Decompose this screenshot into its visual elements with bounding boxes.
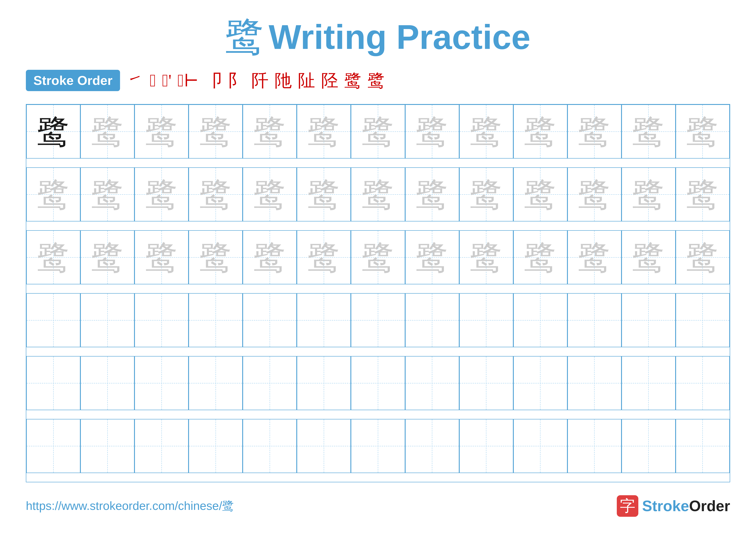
- grid-cell[interactable]: [351, 356, 405, 410]
- grid-cell[interactable]: [351, 293, 405, 347]
- cell-char: 鹭: [416, 241, 448, 273]
- grid-cell[interactable]: [297, 419, 351, 473]
- grid-cell[interactable]: [80, 356, 134, 410]
- grid-cell[interactable]: [80, 293, 134, 347]
- grid-cell[interactable]: [459, 293, 513, 347]
- grid-cell[interactable]: [676, 293, 730, 347]
- grid-cell[interactable]: [622, 356, 676, 410]
- grid-cell[interactable]: 鹭: [243, 167, 297, 221]
- grid-cell[interactable]: [513, 419, 567, 473]
- grid-cell[interactable]: 鹭: [26, 105, 80, 159]
- cell-char: 鹭: [146, 241, 178, 273]
- grid-cell[interactable]: [134, 293, 189, 347]
- cell-char: 鹭: [37, 115, 69, 148]
- grid-cell[interactable]: 鹭: [513, 230, 567, 284]
- grid-cell[interactable]: [297, 356, 351, 410]
- grid-cell[interactable]: 鹭: [26, 167, 80, 221]
- cell-char: 鹭: [146, 178, 178, 211]
- stroke-step-3: 𠃊': [162, 72, 172, 89]
- cell-char: 鹭: [200, 115, 232, 148]
- grid-cell[interactable]: 鹭: [676, 230, 730, 284]
- grid-cell[interactable]: 鹭: [297, 230, 351, 284]
- grid-cell[interactable]: 鹭: [351, 230, 405, 284]
- grid-cell[interactable]: 鹭: [80, 105, 134, 159]
- grid-cell[interactable]: [189, 293, 243, 347]
- grid-cell[interactable]: [513, 293, 567, 347]
- grid-cell[interactable]: [405, 419, 459, 473]
- grid-cell[interactable]: [297, 293, 351, 347]
- grid-cell[interactable]: 鹭: [405, 230, 459, 284]
- grid-cell[interactable]: [26, 419, 80, 473]
- grid-cell[interactable]: [243, 356, 297, 410]
- grid-cell[interactable]: 鹭: [676, 167, 730, 221]
- stroke-step-5: 卩: [205, 72, 222, 89]
- grid-cell[interactable]: [243, 419, 297, 473]
- cell-char: 鹭: [146, 115, 178, 148]
- cell-char: 鹭: [632, 241, 664, 273]
- grid-cell[interactable]: 鹭: [351, 167, 405, 221]
- grid-cell[interactable]: [567, 356, 622, 410]
- cell-char: 鹭: [578, 178, 610, 211]
- grid-cell[interactable]: [134, 356, 189, 410]
- cell-char: 鹭: [632, 178, 664, 211]
- grid-cell[interactable]: [459, 419, 513, 473]
- grid-cell[interactable]: [134, 419, 189, 473]
- grid-cell[interactable]: 鹭: [80, 167, 134, 221]
- grid-cell[interactable]: [351, 419, 405, 473]
- footer-logo-text: StrokeOrder: [642, 497, 730, 515]
- grid-cell[interactable]: [26, 293, 80, 347]
- footer-url[interactable]: https://www.strokeorder.com/chinese/鹭: [26, 498, 234, 514]
- grid-cell[interactable]: [622, 419, 676, 473]
- grid-cell[interactable]: 鹭: [134, 167, 189, 221]
- grid-cell[interactable]: [26, 356, 80, 410]
- grid-cell[interactable]: 鹭: [243, 105, 297, 159]
- grid-cell[interactable]: 鹭: [189, 167, 243, 221]
- grid-cell[interactable]: 鹭: [134, 230, 189, 284]
- grid-cell[interactable]: [676, 356, 730, 410]
- cell-char: 鹭: [687, 178, 719, 211]
- grid-cell[interactable]: 鹭: [297, 167, 351, 221]
- grid-cell[interactable]: [189, 419, 243, 473]
- grid-cell[interactable]: 鹭: [567, 105, 622, 159]
- grid-cell[interactable]: 鹭: [513, 167, 567, 221]
- grid-cell[interactable]: 鹭: [459, 105, 513, 159]
- stroke-step-1: ㇀: [126, 72, 144, 89]
- grid-cell[interactable]: 鹭: [567, 167, 622, 221]
- grid-cell[interactable]: 鹭: [405, 105, 459, 159]
- grid-cell[interactable]: 鹭: [459, 167, 513, 221]
- grid-cell[interactable]: [676, 419, 730, 473]
- grid-cell[interactable]: [405, 293, 459, 347]
- grid-cell[interactable]: 鹭: [80, 230, 134, 284]
- cell-char: 鹭: [578, 241, 610, 273]
- grid-cell[interactable]: 鹭: [622, 167, 676, 221]
- practice-grid: 鹭鹭鹭鹭鹭鹭鹭鹭鹭鹭鹭鹭鹭鹭鹭鹭鹭鹭鹭鹭鹭鹭鹭鹭鹭鹭鹭鹭鹭鹭鹭鹭鹭鹭鹭鹭鹭鹭鹭: [26, 104, 730, 482]
- grid-cell[interactable]: [405, 356, 459, 410]
- footer-logo-icon: 字: [617, 495, 638, 517]
- grid-cell[interactable]: [189, 356, 243, 410]
- grid-cell[interactable]: 鹭: [134, 105, 189, 159]
- grid-cell[interactable]: 鹭: [676, 105, 730, 159]
- grid-cell[interactable]: 鹭: [243, 230, 297, 284]
- grid-cell[interactable]: 鹭: [622, 105, 676, 159]
- grid-cell[interactable]: [80, 419, 134, 473]
- cell-char: 鹭: [524, 178, 556, 211]
- grid-cell[interactable]: 鹭: [513, 105, 567, 159]
- grid-cell[interactable]: [567, 293, 622, 347]
- grid-cell[interactable]: [513, 356, 567, 410]
- grid-cell[interactable]: 鹭: [405, 167, 459, 221]
- grid-cell[interactable]: 鹭: [26, 230, 80, 284]
- grid-cell[interactable]: [567, 419, 622, 473]
- grid-cell[interactable]: 鹭: [567, 230, 622, 284]
- grid-cell[interactable]: 鹭: [459, 230, 513, 284]
- grid-cell[interactable]: 鹭: [351, 105, 405, 159]
- grid-cell[interactable]: 鹭: [622, 230, 676, 284]
- title-char: 鹭: [226, 18, 264, 57]
- grid-cell[interactable]: 鹭: [189, 105, 243, 159]
- grid-cell[interactable]: [622, 293, 676, 347]
- grid-cell[interactable]: [243, 293, 297, 347]
- cell-char: 鹭: [687, 115, 719, 148]
- cell-char: 鹭: [687, 241, 719, 273]
- grid-cell[interactable]: 鹭: [297, 105, 351, 159]
- grid-cell[interactable]: [459, 356, 513, 410]
- grid-cell[interactable]: 鹭: [189, 230, 243, 284]
